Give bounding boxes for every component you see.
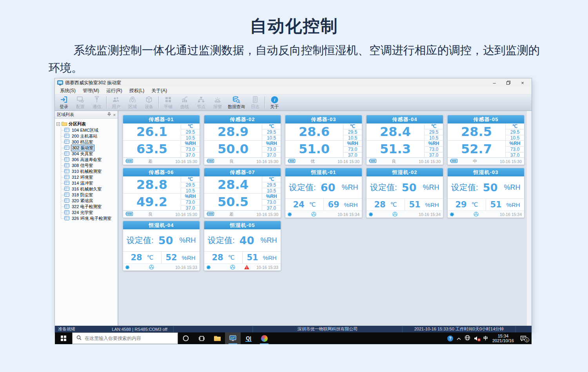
sensor-card-title: 传感器-01: [123, 115, 200, 123]
env-row: 28℃ 51%RH: [204, 252, 281, 263]
file-explorer-button[interactable]: [209, 332, 225, 344]
toolbar-region-button[interactable]: 区域: [124, 94, 141, 111]
setpoint-row: 设定值: 50 %RH: [367, 176, 443, 199]
status-badge: 差: [229, 211, 234, 217]
toolbar-log-button[interactable]: 日志: [247, 94, 263, 111]
tree-item[interactable]: 308 信号室: [60, 163, 117, 169]
tree-children: 104 EMC区域 200 主机基站 300 样品室 302 振动室 304 夹…: [60, 127, 117, 221]
toolbar-about-button[interactable]: i 关于: [266, 94, 283, 111]
fan-icon: [392, 212, 397, 217]
toolbar-node-button[interactable]: 节点: [193, 94, 209, 111]
humidity-value: 50.5: [204, 194, 262, 210]
notification-button[interactable]: 1: [518, 336, 528, 341]
sensor-card-title: 传感器-02: [204, 115, 281, 123]
toolbar-label: 通信: [93, 104, 101, 110]
temp-unit: ℃: [262, 176, 281, 182]
toolbar-comm-button[interactable]: 通信: [89, 94, 105, 111]
windows-logo-icon: [61, 336, 66, 341]
tree-item-selected[interactable]: 302 振动室: [60, 145, 117, 151]
device-icon: [64, 204, 69, 209]
tree-item[interactable]: 318 防尘室: [60, 192, 117, 198]
folder-icon: [62, 122, 67, 127]
tree-item[interactable]: 322 电子检测室: [60, 204, 117, 210]
region-tree: − 分区列表 104 EMC区域 200 主机基站 300 样品室 302 振动…: [55, 119, 118, 221]
setpoint-row: 设定值: 40 %RH: [204, 229, 281, 252]
task-view-button[interactable]: [194, 332, 209, 344]
tree-item[interactable]: 304 夹具室: [60, 151, 117, 157]
tree-item[interactable]: 316 机械耐久室: [60, 186, 117, 192]
menu-item-run[interactable]: 运行(R): [103, 87, 126, 94]
battery-icon: [450, 159, 458, 164]
ime-indicator[interactable]: 中: [483, 335, 488, 342]
speaker-muted-icon[interactable]: [474, 336, 480, 341]
timestamp: 10-16 15:34: [500, 212, 522, 217]
menu-item-license[interactable]: 授权(L): [126, 87, 148, 94]
network-globe-icon[interactable]: [465, 335, 470, 342]
toolbar-users-button[interactable]: 用户: [108, 94, 124, 111]
status-badge: 差: [148, 158, 152, 164]
setpoint-value: 50: [158, 234, 173, 247]
battery-icon: [207, 212, 214, 217]
toolbar-data-query-button[interactable]: 数据查询: [226, 94, 247, 111]
toolbar-curve-button[interactable]: 曲线: [176, 94, 193, 111]
tree-item[interactable]: 104 EMC区域: [60, 127, 117, 133]
humidifier-card-title: 恒湿机-03: [448, 168, 524, 176]
temp-unit: ℃: [472, 201, 478, 208]
toolbar-config-button[interactable]: 配置: [72, 94, 89, 111]
colorful-app-button[interactable]: [256, 332, 272, 344]
menu-item-system[interactable]: 系统(S): [56, 87, 79, 94]
query-app-button[interactable]: Q|: [241, 332, 256, 344]
start-button[interactable]: [55, 332, 72, 344]
setpoint-row: 设定值: 60 %RH: [285, 176, 362, 199]
taskbar-search[interactable]: [72, 332, 178, 344]
tree-item[interactable]: 200 主机基站: [60, 133, 117, 139]
toolbar-login-button[interactable]: 登录: [56, 94, 72, 111]
tree-item[interactable]: 314 温冲室: [60, 180, 117, 186]
fan-icon: [149, 265, 154, 270]
search-input[interactable]: [85, 336, 174, 341]
tree-item[interactable]: 326 环境.电子检测室: [60, 216, 117, 221]
temp-unit: ℃: [262, 123, 281, 129]
sensor-card-footer: 中 10-16 15:30: [448, 158, 524, 165]
tree-item[interactable]: 324 光学室: [60, 210, 117, 216]
menu-item-about[interactable]: 关于(A): [148, 87, 171, 94]
toolbar-alarm-button[interactable]: 报警: [209, 94, 226, 111]
status-connection: LAN:4588 | RS485:COM3 off: [106, 326, 174, 332]
tree-item[interactable]: 306 高速寿命室: [60, 157, 117, 163]
close-button[interactable]: ×: [516, 79, 529, 87]
collapse-icon[interactable]: −: [56, 122, 60, 126]
device-icon: [64, 175, 69, 180]
sidebar-title: 区域列表: [57, 112, 74, 118]
monitoring-app-button[interactable]: [225, 332, 241, 344]
hum-max: 73.0: [506, 146, 524, 152]
tree-item[interactable]: 320 紧缩房: [60, 198, 117, 204]
hum-unit: %RH: [506, 141, 524, 146]
restore-button[interactable]: [502, 79, 515, 87]
minimize-button[interactable]: –: [488, 79, 501, 87]
temperature-value: 28.4: [204, 176, 262, 193]
pin-icon[interactable]: [107, 112, 111, 117]
hum-min: 37.0: [262, 205, 281, 211]
menu-item-manage[interactable]: 管理(M): [79, 87, 103, 94]
tree-item[interactable]: 312 环境室: [60, 174, 117, 180]
temperature-value: 28.8: [123, 176, 181, 193]
hum-unit: %RH: [262, 194, 281, 199]
tree-item[interactable]: 310 机械检测室: [60, 169, 117, 174]
temp-max: 29.5: [262, 129, 281, 135]
close-panel-icon[interactable]: ×: [113, 113, 116, 117]
users-icon: [112, 96, 120, 103]
sensor-card: 传感器-05 28.5 ℃29.510.5 52.7 %RH73.037.0 中…: [447, 115, 524, 165]
toolbar-tile-button[interactable]: 平铺: [160, 94, 176, 111]
setpoint-unit: %RH: [423, 183, 439, 192]
toolbar-device-button[interactable]: 设备: [141, 94, 157, 111]
login-icon: [60, 96, 68, 103]
main-scrollbar[interactable]: [526, 111, 532, 326]
taskbar-clock[interactable]: 15:34 2021/10/16: [492, 334, 515, 343]
device-icon: [64, 157, 69, 162]
tree-item[interactable]: 300 样品室: [60, 139, 117, 145]
tree-root[interactable]: − 分区列表: [56, 121, 117, 127]
chevron-up-icon[interactable]: [457, 335, 461, 342]
help-icon[interactable]: ?: [447, 336, 453, 341]
cortana-button[interactable]: [178, 332, 194, 344]
humidity-value: 49.2: [123, 194, 181, 210]
